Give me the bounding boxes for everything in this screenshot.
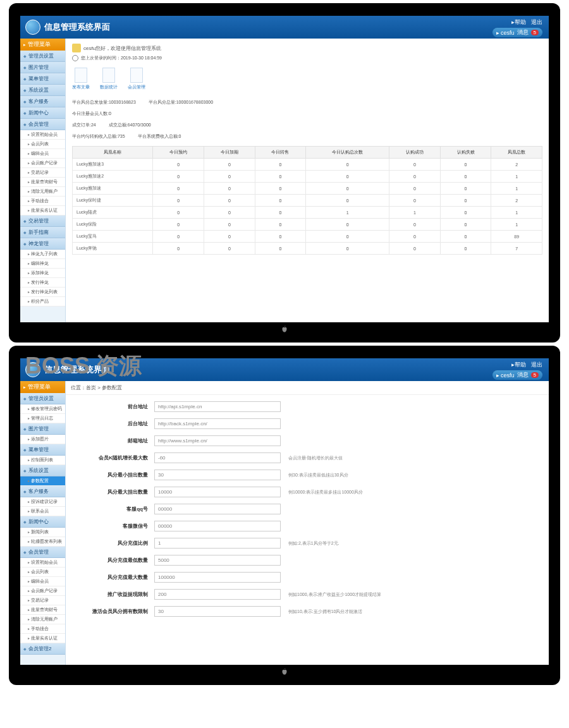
sidebar-subitem[interactable]: 清除无用账户 bbox=[20, 187, 65, 197]
sidebar-subitem[interactable]: 手动挂合 bbox=[20, 624, 65, 634]
sidebar-subitem[interactable]: 会员账户记录 bbox=[20, 586, 65, 596]
logo-icon bbox=[25, 20, 40, 35]
sidebar-item[interactable]: 交易管理 bbox=[20, 215, 65, 227]
form-row: 邮箱地址 bbox=[78, 435, 536, 446]
user-name: ▸ cesfu bbox=[496, 30, 515, 36]
table-cell: 0 bbox=[204, 159, 255, 171]
sidebar-item[interactable]: 会员管理 bbox=[20, 119, 65, 130]
table-cell: 1 bbox=[389, 207, 441, 219]
form-input[interactable] bbox=[154, 452, 281, 463]
sidebar-subitem[interactable]: 控制面列表 bbox=[20, 456, 65, 465]
form-row: 推广收益提现限制例如1000,表示:推广收益至少1000才能提现结算 bbox=[78, 589, 536, 600]
sidebar-item[interactable]: 新闻中心 bbox=[20, 516, 65, 528]
form-label: 风分充值比例 bbox=[78, 540, 154, 547]
help-link[interactable]: ▸帮助 bbox=[511, 361, 526, 369]
shortcut-item[interactable]: 发布文章 bbox=[72, 68, 90, 90]
table-cell: 0 bbox=[204, 207, 255, 219]
form-input[interactable] bbox=[154, 521, 281, 531]
form-label: 风分充值最大数量 bbox=[78, 574, 154, 581]
sidebar-item[interactable]: 系统设置 bbox=[20, 465, 65, 476]
sidebar-subitem[interactable]: 添加神龙 bbox=[20, 269, 65, 278]
table-cell: 0 bbox=[204, 219, 255, 231]
sidebar-subitem[interactable]: 批量查询财号 bbox=[20, 605, 65, 615]
sidebar-item[interactable]: 管理员设置 bbox=[20, 51, 65, 62]
sidebar-subitem[interactable]: 新闻列表 bbox=[20, 528, 65, 537]
form-input[interactable] bbox=[154, 572, 281, 583]
sidebar-subitem[interactable]: 编辑会员 bbox=[20, 149, 65, 159]
logout-link[interactable]: 退出 bbox=[531, 18, 542, 27]
form-label: 邮箱地址 bbox=[78, 437, 154, 444]
table-cell: 0 bbox=[255, 183, 306, 195]
table-cell: 0 bbox=[389, 195, 441, 207]
col-header: 凤凰总数 bbox=[491, 147, 542, 159]
sidebar-subitem[interactable]: 清除无用账户 bbox=[20, 615, 65, 624]
sidebar-subitem[interactable]: 批量实名认证 bbox=[20, 206, 65, 215]
sidebar-item[interactable]: 会员管理 bbox=[20, 547, 65, 558]
table-cell: 0 bbox=[440, 219, 491, 231]
sidebar-item[interactable]: 系统设置 bbox=[20, 85, 65, 96]
sidebar-item[interactable]: 图片管理 bbox=[20, 62, 65, 73]
user-pill[interactable]: ▸ cesfu 消息 5 bbox=[493, 28, 542, 37]
form-input[interactable] bbox=[154, 538, 281, 549]
sidebar-item[interactable]: 客户服务 bbox=[20, 96, 65, 107]
sidebar-subitem[interactable]: 会员列表 bbox=[20, 140, 65, 149]
col-header: 今日预约 bbox=[153, 147, 204, 159]
table-cell: Lucky保时捷 bbox=[73, 195, 153, 207]
shortcut-item[interactable]: 会员管理 bbox=[128, 68, 145, 90]
sidebar-subitem[interactable]: 手动挂合 bbox=[20, 197, 65, 206]
sidebar-subitem[interactable]: 管理员日志 bbox=[20, 414, 65, 423]
sidebar-item[interactable]: 神龙管理 bbox=[20, 238, 65, 250]
sidebar-item[interactable]: 新手指南 bbox=[20, 227, 65, 238]
sidebar-subitem[interactable]: 交易记录 bbox=[20, 168, 65, 178]
sidebar-subitem[interactable]: 发行神龙列表 bbox=[20, 288, 65, 297]
table-cell: 0 bbox=[306, 195, 389, 207]
sidebar-subitem[interactable]: 编辑神龙 bbox=[20, 259, 65, 269]
form-row: 前台地址 bbox=[78, 401, 536, 412]
form-input[interactable] bbox=[154, 606, 281, 617]
sidebar-subitem[interactable]: 神龙九子列表 bbox=[20, 250, 65, 259]
logout-link[interactable]: 退出 bbox=[531, 361, 542, 369]
form-input[interactable] bbox=[154, 504, 281, 514]
sidebar-subitem[interactable]: 批量查询财号 bbox=[20, 178, 65, 187]
sidebar-item[interactable]: 客户服务 bbox=[20, 486, 65, 497]
sidebar-subitem[interactable]: 发行神龙 bbox=[20, 278, 65, 288]
form-input[interactable] bbox=[154, 418, 281, 429]
shortcut-item[interactable]: 数据统计 bbox=[100, 68, 118, 90]
form-input[interactable] bbox=[154, 555, 281, 566]
sidebar-subitem[interactable]: 设置初始会员 bbox=[20, 130, 65, 140]
sidebar-subitem[interactable]: 添加图片 bbox=[20, 435, 65, 444]
sidebar-subitem[interactable]: 编辑会员 bbox=[20, 577, 65, 586]
sidebar-subitem[interactable]: 交易记录 bbox=[20, 596, 65, 605]
table-cell: 7 bbox=[491, 243, 542, 255]
main-content: cesfu您好，欢迎使用信息管理系统 您上次登录的时间：2019-10-30 1… bbox=[66, 39, 549, 322]
sidebar-item[interactable]: 菜单管理 bbox=[20, 73, 65, 85]
sidebar-item[interactable]: 新闻中心 bbox=[20, 107, 65, 119]
table-cell: 0 bbox=[389, 159, 441, 171]
col-header: 今日转售 bbox=[255, 147, 306, 159]
form-input[interactable] bbox=[154, 401, 281, 412]
user-pill[interactable]: ▸ cesfu 消息 5 bbox=[493, 370, 542, 380]
sidebar-subitem[interactable]: 参数配置 bbox=[20, 476, 65, 486]
sidebar-item[interactable]: 图片管理 bbox=[20, 423, 65, 435]
sidebar-subitem[interactable]: 批量实名认证 bbox=[20, 634, 65, 643]
sidebar-subitem[interactable]: 积分产品 bbox=[20, 297, 65, 306]
table-row: Lucky雅加速0000001 bbox=[73, 183, 542, 195]
sidebar-subitem[interactable]: 会员账户记录 bbox=[20, 159, 65, 168]
sidebar-item[interactable]: 会员管理2 bbox=[20, 643, 65, 655]
form-label: 客服qq号 bbox=[78, 506, 154, 513]
sidebar-subitem[interactable]: 联系会员 bbox=[20, 507, 65, 516]
sidebar-subitem[interactable]: 投诉建议记录 bbox=[20, 497, 65, 507]
sidebar-subitem[interactable]: 修改管理员密码 bbox=[20, 404, 65, 414]
help-link[interactable]: ▸帮助 bbox=[511, 18, 526, 27]
stat-line: 平台约匀转购收入总额:735平台系统费收入总额:0 bbox=[72, 133, 542, 140]
form-input[interactable] bbox=[154, 589, 281, 600]
table-row: Lucky雅加速20000001 bbox=[73, 171, 542, 183]
form-input[interactable] bbox=[154, 487, 281, 497]
sidebar-item[interactable]: 管理员设置 bbox=[20, 393, 65, 404]
sidebar-subitem[interactable]: 轮播图发布列表 bbox=[20, 537, 65, 547]
form-input[interactable] bbox=[154, 470, 281, 480]
sidebar-subitem[interactable]: 会员列表 bbox=[20, 567, 65, 577]
sidebar-item[interactable]: 菜单管理 bbox=[20, 444, 65, 456]
form-input[interactable] bbox=[154, 435, 281, 446]
sidebar-subitem[interactable]: 设置初始会员 bbox=[20, 558, 65, 567]
